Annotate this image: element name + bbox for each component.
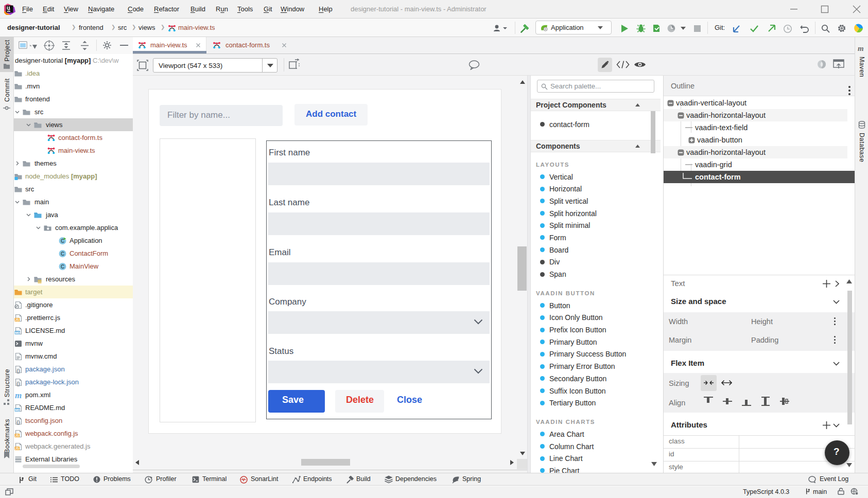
svg-text:m: m <box>15 391 22 399</box>
